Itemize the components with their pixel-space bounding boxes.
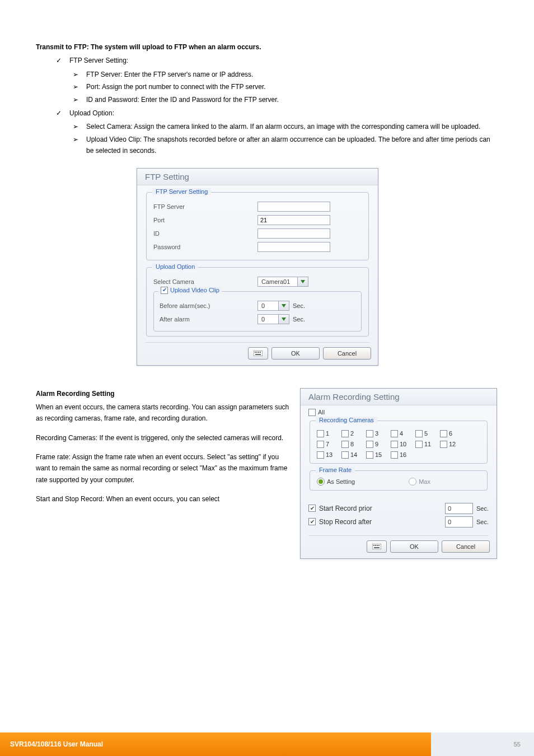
checkbox-icon[interactable] xyxy=(366,430,373,437)
select-camera-label: Select Camera xyxy=(153,278,257,285)
chevron-down-icon[interactable] xyxy=(278,301,289,310)
bullet-port: Port: Assign the port number to connect … xyxy=(73,81,498,92)
checkbox-icon[interactable] xyxy=(391,451,398,459)
page-number: 55 xyxy=(431,732,534,756)
stop-record-after-checkbox[interactable]: ✔ xyxy=(308,518,316,525)
checkbox-icon[interactable] xyxy=(440,441,447,448)
camera-number-label: 14 xyxy=(350,451,357,458)
cancel-button[interactable]: Cancel xyxy=(442,540,490,553)
svg-rect-9 xyxy=(372,544,381,549)
start-record-prior-label: Start Record prior xyxy=(319,505,442,512)
bullet-id-password: ID and Password: Enter the ID and Passwo… xyxy=(73,94,498,105)
svg-rect-5 xyxy=(256,352,257,353)
select-camera-combo[interactable]: Camera01 xyxy=(257,277,308,287)
camera-number-label: 2 xyxy=(350,430,354,437)
heading-transmit-to-ftp: Transmit to FTP: The system will upload … xyxy=(36,41,498,53)
recording-cameras-group: Recording Cameras 1234567891011121314151… xyxy=(310,421,488,464)
before-alarm-label: Before alarm(sec.) xyxy=(160,302,257,309)
max-label: Max xyxy=(419,478,430,485)
camera-number-label: 6 xyxy=(449,430,452,437)
before-alarm-value: 0 xyxy=(258,302,278,309)
checkbox-icon[interactable] xyxy=(317,441,324,448)
camera-checkbox-6[interactable]: 6 xyxy=(440,430,462,437)
camera-checkbox-14[interactable]: 14 xyxy=(341,451,364,459)
camera-checkbox-16[interactable]: 16 xyxy=(391,451,413,459)
camera-checkbox-4[interactable]: 4 xyxy=(391,430,413,437)
keyboard-icon-button[interactable] xyxy=(248,347,268,360)
camera-number-label: 16 xyxy=(400,451,406,458)
camera-checkbox-13[interactable]: 13 xyxy=(317,451,339,459)
checkbox-icon[interactable] xyxy=(341,430,349,437)
before-alarm-combo[interactable]: 0 xyxy=(257,301,289,311)
camera-checkbox-10[interactable]: 10 xyxy=(391,441,413,448)
camera-checkbox-2[interactable]: 2 xyxy=(341,430,364,437)
camera-checkbox-11[interactable]: 11 xyxy=(415,441,438,448)
chevron-down-icon[interactable] xyxy=(297,277,308,286)
cancel-button[interactable]: Cancel xyxy=(323,347,371,360)
frame-rate-group: Frame Rate As Setting Max xyxy=(310,470,488,491)
checkbox-icon[interactable] xyxy=(317,451,324,459)
svg-rect-6 xyxy=(258,352,259,353)
svg-marker-2 xyxy=(282,318,286,321)
as-setting-radio[interactable] xyxy=(317,478,325,486)
id-input[interactable] xyxy=(257,228,330,239)
camera-number-label: 9 xyxy=(375,441,378,447)
checkbox-icon[interactable] xyxy=(415,441,423,448)
svg-rect-4 xyxy=(255,352,256,353)
checkbox-icon[interactable] xyxy=(341,441,349,448)
svg-rect-10 xyxy=(373,545,374,546)
checkbox-icon[interactable] xyxy=(366,441,373,448)
alarm-dialog-title: Alarm Recording Setting xyxy=(301,389,496,405)
camera-number-label: 13 xyxy=(326,451,332,458)
checkbox-icon[interactable] xyxy=(341,451,349,459)
keyboard-icon-button[interactable] xyxy=(367,540,387,553)
svg-rect-7 xyxy=(260,352,261,353)
port-input[interactable] xyxy=(257,215,330,225)
camera-checkbox-8[interactable]: 8 xyxy=(341,441,364,448)
camera-checkbox-1[interactable]: 1 xyxy=(317,430,339,437)
bullet-select-camera: Select Camera: Assign the camera linked … xyxy=(73,121,498,132)
after-alarm-combo[interactable]: 0 xyxy=(257,314,289,324)
ok-button[interactable]: OK xyxy=(271,347,320,360)
camera-number-label: 5 xyxy=(424,430,428,437)
recording-cameras-title: Recording Cameras xyxy=(316,417,377,423)
camera-checkbox-15[interactable]: 15 xyxy=(366,451,388,459)
camera-number-label: 8 xyxy=(350,441,354,447)
frame-rate-title: Frame Rate xyxy=(316,466,355,473)
sec-label: Sec. xyxy=(293,316,305,323)
camera-checkbox-7[interactable]: 7 xyxy=(317,441,339,448)
camera-checkbox-9[interactable]: 9 xyxy=(366,441,388,448)
ftp-server-input[interactable] xyxy=(257,202,330,212)
ok-button[interactable]: OK xyxy=(390,540,438,553)
bullet-upload-option: Upload Option: xyxy=(56,108,498,119)
sec-label: Sec. xyxy=(293,302,305,309)
svg-rect-13 xyxy=(378,545,380,546)
camera-checkbox-5[interactable]: 5 xyxy=(415,430,438,437)
start-record-prior-input[interactable]: 0 xyxy=(445,503,473,514)
port-label: Port xyxy=(153,217,257,223)
password-input[interactable] xyxy=(257,242,330,252)
checkbox-icon[interactable] xyxy=(317,430,324,437)
checkbox-icon[interactable] xyxy=(440,430,447,437)
all-cameras-checkbox[interactable] xyxy=(308,409,316,416)
checkbox-icon[interactable] xyxy=(391,441,398,448)
checkbox-icon[interactable] xyxy=(415,430,423,437)
bullet-ftp-server-setting: FTP Server Setting: xyxy=(56,55,498,66)
upload-option-group: Upload Option Select Camera Camera01 ✔ U… xyxy=(146,267,369,337)
stop-record-after-label: Stop Record after xyxy=(319,518,442,526)
all-cameras-label: All xyxy=(318,409,325,416)
stop-record-after-input[interactable]: 0 xyxy=(445,516,473,528)
bullet-upload-video-clip: Upload Video Clip: The snapshots recorde… xyxy=(73,134,498,157)
svg-rect-8 xyxy=(255,354,261,355)
checkbox-icon[interactable] xyxy=(391,430,398,437)
id-label: ID xyxy=(153,230,257,237)
camera-number-label: 11 xyxy=(424,441,431,447)
checkbox-icon[interactable] xyxy=(366,451,373,459)
max-radio[interactable] xyxy=(409,478,416,486)
camera-checkbox-3[interactable]: 3 xyxy=(366,430,388,437)
upload-video-clip-checkbox[interactable]: ✔ xyxy=(161,287,168,294)
camera-number-label: 10 xyxy=(400,441,406,447)
camera-checkbox-12[interactable]: 12 xyxy=(440,441,462,448)
start-record-prior-checkbox[interactable]: ✔ xyxy=(308,505,316,512)
chevron-down-icon[interactable] xyxy=(278,315,289,324)
